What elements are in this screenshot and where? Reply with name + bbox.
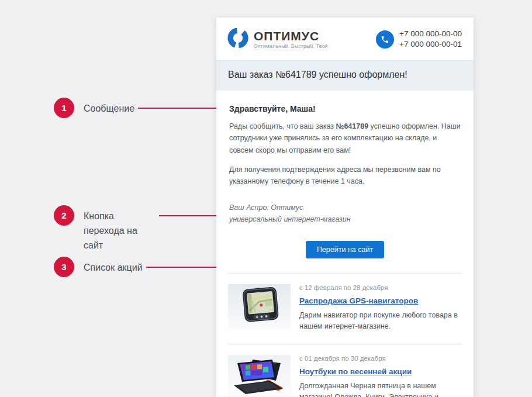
go-to-site-button[interactable]: Перейти на сайт	[306, 241, 384, 258]
promo-description-laptops: Долгожданная Черная пятница в нашем мага…	[299, 381, 461, 397]
promo-title-link-gps[interactable]: Распродажа GPS-навигаторов	[299, 296, 418, 305]
brand-logo: ОПТИМУС Оптимальный. Быстрый. Твой	[227, 27, 328, 51]
promo-dates-gps: с 12 февраля по 28 декабря	[299, 284, 461, 291]
promo-item-gps: с 12 февраля по 28 декабря Распродажа GP…	[216, 274, 474, 344]
promo-description-gps: Дарим навигатор при покупке любого товар…	[299, 310, 461, 332]
leader-line-3	[146, 267, 221, 268]
annotation-badge-1: 1	[54, 98, 74, 118]
signature-line-2: универсальный интернет-магазин	[229, 213, 461, 225]
signature: Ваш Аспро: Оптимус универсальный интерне…	[229, 202, 461, 225]
paragraph1-before: Рады сообщить, что ваш заказ	[229, 122, 336, 130]
brand-name: ОПТИМУС	[254, 30, 328, 43]
order-number: №641789	[336, 122, 368, 130]
message-paragraph-1: Рады сообщить, что ваш заказ №641789 усп…	[229, 120, 461, 156]
signature-line-1: Ваш Аспро: Оптимус	[229, 202, 461, 213]
promo-image-gps-navigator[interactable]	[228, 284, 291, 330]
annotation-label-cta: Кнопка перехода на сайт	[84, 209, 157, 253]
promo-content-laptops: с 01 декабря по 30 декабря Ноутбуки по в…	[299, 355, 461, 397]
annotation-badge-3: 3	[54, 257, 74, 277]
phone-icon	[376, 30, 394, 49]
phone-number-1: +7 000 000-00-00	[399, 29, 462, 39]
email-preview-card: ОПТИМУС Оптимальный. Быстрый. Твой +7 00…	[216, 18, 474, 397]
promo-image-laptops[interactable]	[228, 355, 291, 397]
promo-item-laptops: с 01 декабря по 30 декабря Ноутбуки по в…	[216, 344, 474, 397]
phone-numbers: +7 000 000-00-00 +7 000 000-00-01	[399, 29, 462, 50]
annotation-number-1: 1	[61, 103, 66, 113]
email-header: ОПТИМУС Оптимальный. Быстрый. Твой +7 00…	[216, 18, 474, 60]
cta-wrap: Перейти на сайт	[229, 241, 461, 258]
promo-title-link-laptops[interactable]: Ноутбуки по весенней акции	[299, 367, 412, 376]
brand-tagline: Оптимальный. Быстрый. Твой	[254, 43, 328, 49]
greeting: Здравствуйте, Маша!	[229, 104, 461, 113]
promo-content-gps: с 12 февраля по 28 декабря Распродажа GP…	[299, 284, 461, 332]
leader-line-1	[138, 108, 217, 109]
contact-block: +7 000 000-00-00 +7 000 000-00-01	[376, 29, 462, 50]
annotation-number-3: 3	[61, 262, 66, 272]
brand-text: ОПТИМУС Оптимальный. Быстрый. Твой	[254, 30, 328, 49]
annotation-number-2: 2	[61, 210, 66, 220]
order-status-banner: Ваш заказ №641789 успешно оформлен!	[216, 60, 474, 91]
message-paragraph-2: Для получения подтверждения адреса мы пе…	[229, 164, 461, 188]
optimus-logo-icon	[227, 27, 249, 51]
annotation-badge-2: 2	[54, 205, 74, 226]
promo-dates-laptops: с 01 декабря по 30 декабря	[299, 355, 461, 362]
phone-number-2: +7 000 000-00-01	[399, 39, 462, 50]
email-body: Здравствуйте, Маша! Рады сообщить, что в…	[216, 91, 474, 258]
